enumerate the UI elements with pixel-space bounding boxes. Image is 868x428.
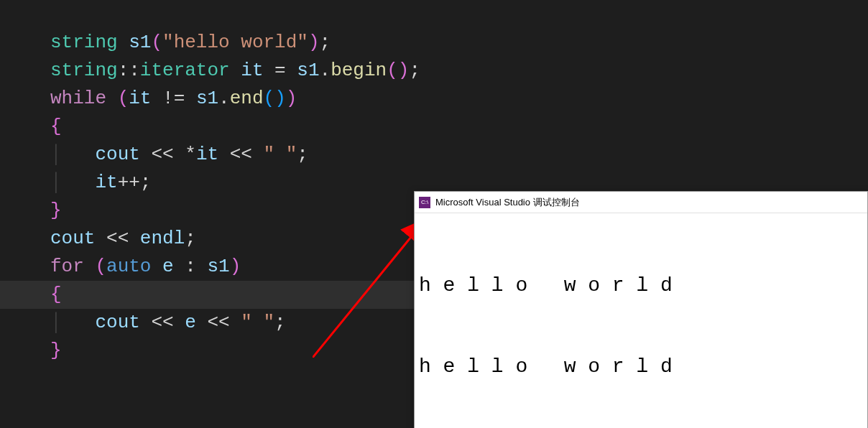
semicolon: ; — [320, 32, 331, 53]
stream-op: << — [140, 144, 185, 165]
console-title: Microsoft Visual Studio 调试控制台 — [435, 196, 580, 209]
paren: ) — [398, 60, 410, 81]
brace: { — [50, 284, 62, 305]
keyword-type: string — [50, 60, 118, 81]
console-line: h e l l o w o r l d — [419, 272, 862, 299]
code-line: { — [50, 113, 868, 141]
console-icon: C:\ — [419, 197, 430, 208]
stream-op: << — [218, 144, 263, 165]
endl: endl — [140, 228, 185, 249]
dot-op: . — [320, 60, 331, 81]
keyword-auto: auto — [106, 256, 151, 277]
identifier: s1 — [129, 32, 151, 53]
paren: ( — [151, 32, 162, 53]
identifier: it — [129, 88, 151, 109]
paren: ) — [286, 88, 297, 109]
code-line: string s1("hello world"); — [50, 29, 868, 57]
console-titlebar[interactable]: C:\ Microsoft Visual Studio 调试控制台 — [415, 192, 867, 213]
identifier: e — [162, 256, 174, 277]
paren: ) — [308, 32, 320, 53]
identifier: s1 — [196, 88, 218, 109]
code-line: │ cout << *it << " "; — [50, 141, 868, 169]
stream-op: << — [196, 312, 241, 333]
deref-op: * — [185, 144, 196, 165]
scope-op: :: — [118, 60, 140, 81]
string-literal: "hello world" — [162, 32, 308, 53]
paren: ( — [387, 60, 398, 81]
stream-op: << — [95, 228, 139, 249]
function-call: end — [230, 88, 264, 109]
function-call: begin — [331, 60, 387, 81]
identifier: it — [241, 60, 263, 81]
paren: ( — [264, 88, 275, 109]
brace: } — [50, 340, 62, 361]
semicolon: ; — [140, 172, 152, 193]
neq-op: != — [151, 88, 195, 109]
paren: ) — [230, 256, 241, 277]
keyword-iterator: iterator — [140, 60, 230, 81]
code-line: while (it != s1.end()) — [50, 85, 868, 113]
keyword-while: while — [50, 88, 106, 109]
semicolon: ; — [409, 60, 420, 81]
console-window[interactable]: C:\ Microsoft Visual Studio 调试控制台 h e l … — [414, 191, 868, 428]
semicolon: ; — [185, 228, 196, 249]
dot-op: . — [218, 88, 230, 109]
code-line: string::iterator it = s1.begin(); — [50, 57, 868, 85]
string-literal: " " — [264, 144, 297, 165]
keyword-for: for — [50, 256, 84, 277]
identifier: e — [185, 312, 196, 333]
string-literal: " " — [241, 312, 274, 333]
brace: } — [50, 200, 62, 221]
paren: ( — [95, 256, 106, 277]
paren: ( — [118, 88, 129, 109]
identifier: it — [196, 144, 218, 165]
colon-op: : — [174, 256, 208, 277]
increment-op: ++ — [118, 172, 140, 193]
cout: cout — [95, 312, 139, 333]
identifier: it — [95, 172, 117, 193]
assign-op: = — [264, 60, 297, 81]
cout: cout — [50, 228, 95, 249]
stream-op: << — [140, 312, 185, 333]
cout: cout — [95, 144, 139, 165]
keyword-type: string — [50, 32, 118, 53]
paren: ) — [274, 88, 286, 109]
console-output: h e l l o w o r l d h e l l o w o r l d … — [415, 213, 867, 428]
identifier: s1 — [297, 60, 319, 81]
console-line: h e l l o w o r l d — [419, 353, 862, 381]
identifier: s1 — [207, 256, 229, 277]
semicolon: ; — [274, 312, 286, 333]
semicolon: ; — [297, 144, 308, 165]
brace: { — [50, 116, 62, 137]
